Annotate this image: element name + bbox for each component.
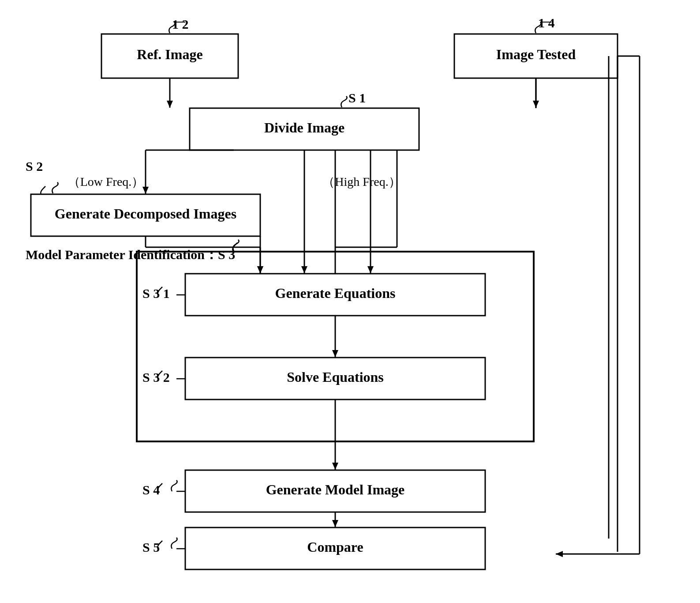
svg-marker-3 <box>167 101 173 108</box>
svg-marker-6 <box>533 101 539 108</box>
svg-marker-12 <box>556 551 563 557</box>
solve-equations-label: Solve Equations <box>287 369 384 385</box>
s1-label: S 1 <box>348 90 366 105</box>
gen-decomposed-label: Generate Decomposed Images <box>55 206 236 222</box>
model-param-label: Model Parameter Identification：S 3 <box>26 247 235 262</box>
s32-label: S 3 2 <box>142 370 170 384</box>
gen-equations-label: Generate Equations <box>275 285 396 301</box>
image-tested-label: Image Tested <box>496 46 576 62</box>
svg-marker-34 <box>332 463 338 470</box>
ref-image-label: Ref. Image <box>137 46 202 62</box>
compare-label: Compare <box>307 539 363 555</box>
high-freq-label: （High Freq.） <box>322 175 401 188</box>
low-freq-label: （Low Freq.） <box>68 175 144 188</box>
divide-image-label: Divide Image <box>264 120 344 136</box>
s2-label: S 2 <box>26 159 43 173</box>
svg-marker-15 <box>142 187 149 194</box>
s31-label: S 3 1 <box>142 286 170 301</box>
gen-model-image-label: Generate Model Image <box>266 482 405 497</box>
svg-marker-37 <box>332 520 338 527</box>
diagram-container: Ref. Image 1 2 Image Tested 1 4 Divide I… <box>0 0 700 603</box>
